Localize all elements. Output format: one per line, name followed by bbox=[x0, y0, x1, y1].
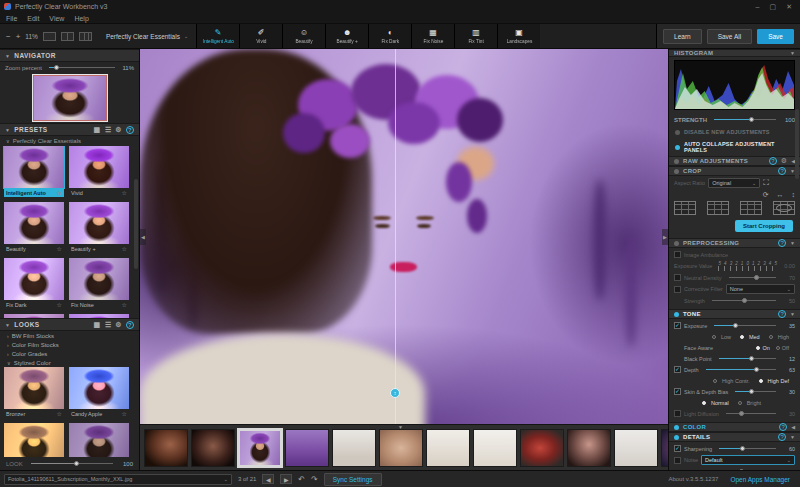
filmstrip-collapse-icon[interactable]: ▼ bbox=[398, 425, 403, 430]
navigator-zoom-slider[interactable] bbox=[49, 64, 115, 71]
looks-tree-stylized-color[interactable]: ∨ Stylized Color bbox=[0, 358, 139, 367]
preset-vivid[interactable]: Vivid ☆ bbox=[69, 146, 129, 197]
sharpening-slider[interactable] bbox=[719, 445, 776, 452]
gear-icon[interactable]: ⚙ bbox=[781, 157, 787, 165]
image-ambulance-checkbox[interactable] bbox=[674, 251, 681, 258]
toolbar-preset-vivid[interactable]: ✐ Vivid bbox=[239, 24, 282, 48]
details-header[interactable]: DETAILS ? ▼ bbox=[669, 432, 800, 442]
filmstrip-thumbnail[interactable] bbox=[332, 429, 376, 467]
star-icon[interactable]: ☆ bbox=[57, 189, 62, 196]
skin-normal-radio[interactable] bbox=[702, 401, 706, 405]
light-diffusion-checkbox[interactable] bbox=[674, 410, 681, 417]
depth-high-contrast-radio[interactable] bbox=[713, 379, 717, 383]
crop-grid-golden-button[interactable] bbox=[740, 201, 762, 215]
filmstrip-thumbnail[interactable] bbox=[661, 429, 668, 467]
ev-ruler[interactable]: 54 32 10 12 34 5 bbox=[718, 261, 777, 271]
image-canvas[interactable]: ↕ ◀ ▶ bbox=[140, 49, 668, 424]
crop-grid-spiral-button[interactable] bbox=[773, 201, 795, 215]
redo-icon[interactable]: ↷ bbox=[311, 475, 318, 484]
flip-horizontal-icon[interactable]: ↔ bbox=[777, 191, 784, 198]
star-icon[interactable]: ☆ bbox=[57, 301, 62, 308]
disable-new-adjustments-toggle[interactable]: DISABLE NEW ADJUSTMENTS bbox=[669, 126, 800, 138]
preset-beautify-plus[interactable]: Beautify + ☆ bbox=[69, 202, 129, 253]
filmstrip-thumbnail-selected[interactable] bbox=[238, 429, 282, 467]
previous-image-button[interactable]: ◀ bbox=[262, 474, 274, 484]
start-cropping-button[interactable]: Start Cropping bbox=[735, 220, 793, 232]
open-apps-manager-button[interactable]: Open Apps Manager bbox=[724, 474, 796, 485]
skin-bright-radio[interactable] bbox=[738, 401, 742, 405]
star-icon[interactable]: ☆ bbox=[122, 410, 127, 417]
preset-group-row[interactable]: ∨ Perfectly Clear Essentials bbox=[0, 136, 139, 146]
zoom-out-button[interactable]: − bbox=[6, 32, 11, 41]
looks-tree-bw-film[interactable]: › BW Film Stocks bbox=[0, 331, 139, 340]
undo-icon[interactable]: ↶ bbox=[298, 475, 305, 484]
next-image-button[interactable]: ▶ bbox=[280, 474, 292, 484]
learn-button[interactable]: Learn bbox=[663, 29, 702, 44]
preset-group-dropdown[interactable]: Perfectly Clear Essentials ⌄ bbox=[98, 33, 196, 40]
menu-file[interactable]: File bbox=[6, 15, 17, 22]
list-view-icon[interactable]: ☰ bbox=[105, 126, 112, 134]
crop-header[interactable]: CROP ? ▼ bbox=[669, 166, 800, 176]
panel-enabled-dot[interactable] bbox=[674, 169, 679, 174]
neutral-density-slider[interactable] bbox=[729, 274, 776, 281]
toolbar-preset-intelligent-auto[interactable]: ✎ Intelligent Auto bbox=[196, 24, 239, 48]
right-panel-scrollbar[interactable] bbox=[795, 109, 799, 179]
star-icon[interactable]: ☆ bbox=[57, 245, 62, 252]
filmstrip-thumbnail[interactable] bbox=[285, 429, 329, 467]
preprocessing-header[interactable]: PREPROCESSING ? ▼ bbox=[669, 238, 800, 248]
corrective-filter-dropdown[interactable]: None ⌄ bbox=[726, 284, 795, 294]
crop-grid-fifths-button[interactable] bbox=[707, 201, 729, 215]
toolbar-preset-landscapes[interactable]: ▣ Landscapes bbox=[497, 24, 540, 48]
help-icon[interactable]: ? bbox=[126, 321, 134, 329]
filmstrip-thumbnail[interactable] bbox=[379, 429, 423, 467]
toolbar-preset-fix-tint[interactable]: ▥ Fix Tint bbox=[454, 24, 497, 48]
exposure-checkbox[interactable]: ✓ bbox=[674, 322, 681, 329]
zoom-in-button[interactable]: + bbox=[16, 32, 21, 41]
filmstrip-thumbnail[interactable] bbox=[144, 429, 188, 467]
star-icon[interactable]: ☆ bbox=[122, 301, 127, 308]
corrective-filter-checkbox[interactable] bbox=[674, 286, 681, 293]
toolbar-preset-fix-noise[interactable]: ▦ Fix Noise bbox=[411, 24, 454, 48]
help-icon[interactable]: ? bbox=[778, 239, 786, 247]
raw-adjustments-header[interactable]: RAW ADJUSTMENTS ? ⚙ ◀ bbox=[669, 156, 800, 166]
exposure-slider[interactable] bbox=[714, 322, 776, 329]
menu-view[interactable]: View bbox=[49, 15, 64, 22]
rotate-icon[interactable]: ⟳ bbox=[763, 191, 769, 199]
noise-dropdown[interactable]: Default ⌄ bbox=[701, 455, 795, 465]
skin-depth-bias-checkbox[interactable]: ✓ bbox=[674, 388, 681, 395]
about-version[interactable]: About v.3.5.5.1237 bbox=[668, 476, 718, 482]
look-cocoa[interactable]: Cocoa ☆ bbox=[69, 423, 129, 457]
star-icon[interactable]: ☆ bbox=[122, 245, 127, 252]
noise-checkbox[interactable] bbox=[674, 457, 681, 464]
exposure-med-radio[interactable] bbox=[740, 335, 744, 339]
thumbnail-view-icon[interactable]: ▦ bbox=[94, 126, 101, 134]
help-icon[interactable]: ? bbox=[778, 167, 786, 175]
panel-enabled-dot[interactable] bbox=[674, 312, 679, 317]
filmstrip-thumbnail[interactable] bbox=[567, 429, 611, 467]
depth-slider[interactable] bbox=[706, 366, 776, 373]
view-single-button[interactable] bbox=[43, 32, 56, 41]
maximize-button[interactable]: ▢ bbox=[770, 3, 777, 11]
gear-icon[interactable]: ⚙ bbox=[115, 126, 122, 134]
looks-tree-color-grades[interactable]: › Color Grades bbox=[0, 349, 139, 358]
help-icon[interactable]: ? bbox=[769, 157, 777, 165]
help-icon[interactable]: ? bbox=[778, 433, 786, 441]
filmstrip-thumbnail[interactable] bbox=[191, 429, 235, 467]
list-view-icon[interactable]: ☰ bbox=[105, 321, 112, 329]
look-bronzer[interactable]: Bronzer ☆ bbox=[4, 367, 64, 418]
strength-slider[interactable] bbox=[714, 116, 776, 123]
exposure-high-radio[interactable] bbox=[769, 335, 773, 339]
depth-checkbox[interactable]: ✓ bbox=[674, 366, 681, 373]
star-icon[interactable]: ☆ bbox=[122, 189, 127, 196]
presets-scrollbar[interactable] bbox=[134, 179, 138, 269]
toolbar-preset-beautify[interactable]: ☺ Beautify bbox=[282, 24, 325, 48]
panel-enabled-dot[interactable] bbox=[674, 425, 679, 430]
noise-strength-slider[interactable] bbox=[712, 468, 776, 470]
view-split-button[interactable] bbox=[61, 32, 74, 41]
view-sidebyside-button[interactable] bbox=[79, 32, 92, 41]
filename-dropdown[interactable]: Fotolia_141190611_Subscription_Monthly_X… bbox=[4, 474, 232, 485]
presets-header[interactable]: ▼ PRESETS ▦ ☰ ⚙ ? bbox=[0, 123, 139, 136]
collapse-left-panel-arrow[interactable]: ◀ bbox=[140, 229, 146, 245]
minimize-button[interactable]: – bbox=[756, 3, 760, 11]
filmstrip-thumbnail[interactable] bbox=[520, 429, 564, 467]
